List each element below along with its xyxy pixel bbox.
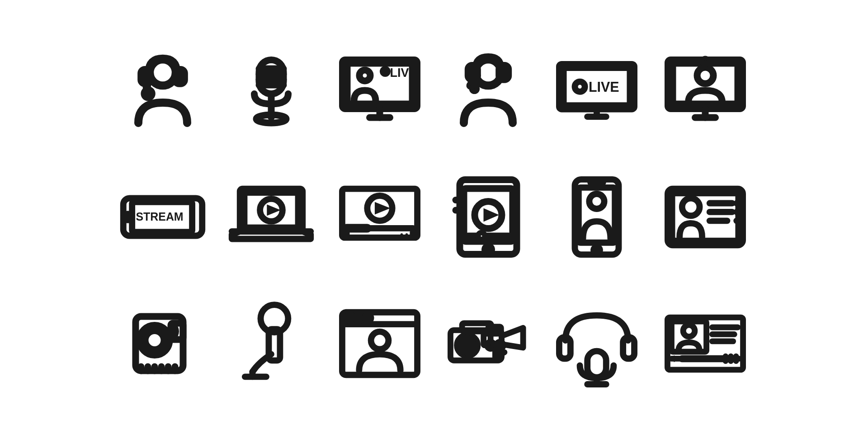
- svg-point-13: [359, 70, 370, 81]
- svg-point-61: [485, 246, 492, 253]
- icon-monitor-person: [651, 27, 760, 154]
- icon-video-player-2: [651, 280, 760, 407]
- svg-text:STREAM: STREAM: [136, 210, 183, 223]
- svg-point-69: [682, 198, 700, 216]
- svg-point-73: [733, 200, 740, 207]
- svg-point-76: [668, 215, 671, 219]
- icon-action-cam: [108, 280, 217, 407]
- svg-point-64: [589, 194, 604, 209]
- icon-tablet-profile: [651, 154, 760, 280]
- icon-video-player: [326, 154, 434, 280]
- svg-marker-58: [484, 208, 500, 222]
- svg-point-114: [683, 325, 695, 337]
- svg-point-14: [382, 69, 388, 74]
- svg-point-93: [347, 315, 354, 321]
- icon-headset-person: [108, 27, 217, 154]
- svg-marker-45: [375, 202, 391, 215]
- icon-grid: LIVE: [90, 9, 778, 425]
- svg-point-75: [733, 217, 740, 224]
- svg-rect-109: [587, 351, 606, 377]
- icon-headphones-mic: [542, 280, 651, 407]
- svg-point-96: [371, 332, 389, 349]
- svg-point-60: [478, 233, 485, 240]
- icon-laptop-play: [217, 154, 326, 280]
- svg-rect-20: [500, 66, 508, 79]
- svg-point-30: [697, 67, 713, 84]
- icon-hand-mic: [217, 280, 326, 407]
- icon-studio-mic: [217, 27, 326, 154]
- icon-browser-person: [326, 280, 434, 407]
- svg-point-74: [733, 209, 740, 215]
- icon-headset-person-2: [434, 27, 542, 154]
- svg-point-52: [410, 233, 413, 236]
- svg-point-24: [575, 82, 585, 92]
- svg-rect-2: [176, 70, 184, 83]
- icon-live-tv: LIVE: [542, 27, 651, 154]
- svg-text:LIVE: LIVE: [589, 79, 619, 94]
- svg-point-21: [472, 86, 477, 91]
- svg-point-65: [594, 247, 600, 253]
- svg-point-50: [401, 233, 403, 236]
- svg-point-51: [406, 233, 408, 236]
- svg-point-94: [356, 315, 362, 321]
- icon-video-camera: [434, 280, 542, 407]
- svg-point-95: [365, 315, 371, 321]
- icon-tablet-play: [434, 154, 542, 280]
- icon-stream-phone: STREAM: [108, 154, 217, 280]
- svg-point-36: [125, 214, 131, 220]
- svg-point-31: [703, 59, 708, 63]
- svg-point-3: [145, 90, 151, 97]
- icon-live-monitor: LIVE: [326, 27, 434, 154]
- icon-phone-person: [542, 154, 651, 280]
- svg-text:LIVE: LIVE: [390, 66, 417, 80]
